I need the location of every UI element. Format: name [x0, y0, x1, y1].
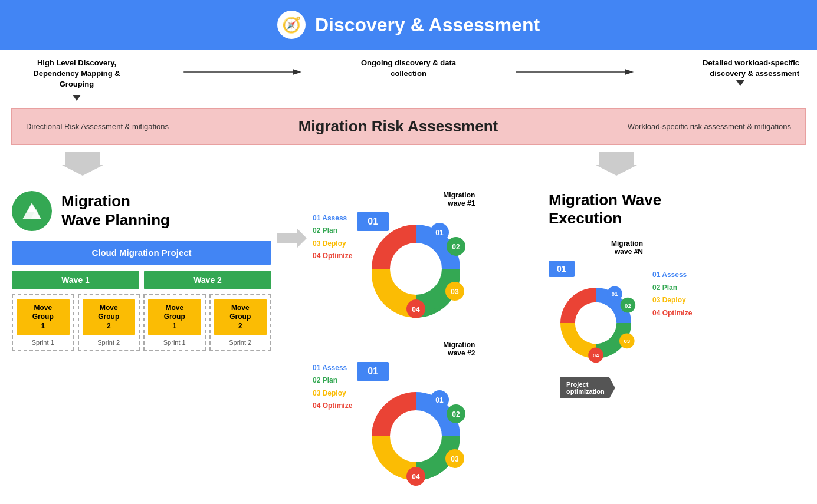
waves-row: Wave 1 Wave 2: [12, 271, 271, 289]
svg-text:04: 04: [412, 473, 421, 481]
discovery-arrow-2: [468, 58, 682, 78]
large-arrows-row: [0, 149, 817, 179]
wave2-banner: 01: [357, 362, 389, 381]
wave-n-label: Migrationwave #N: [549, 239, 643, 256]
discovery-right: Detailed workload-specific discovery & a…: [681, 58, 799, 86]
legend-deploy-1: 03 Deploy: [313, 238, 352, 251]
cloud-project-bar: Cloud Migration Project: [12, 241, 271, 265]
section-arrow-1: [271, 191, 313, 250]
legend-plan-2: 02 Plan: [313, 374, 352, 387]
legend-optimize-2: 04 Optimize: [313, 400, 352, 413]
discovery-arrow-1: [136, 58, 350, 78]
svg-marker-9: [277, 228, 307, 248]
svg-text:03: 03: [624, 338, 630, 344]
sprint-label-3: Sprint 1: [163, 339, 186, 346]
mountain-icon: [12, 191, 52, 231]
legend-assess-2: 01 Assess: [313, 362, 352, 375]
risk-center: Migration Risk Assessment: [298, 117, 498, 136]
main-content: MigrationWave Planning Cloud Migration P…: [0, 179, 817, 503]
wave-planning-title: MigrationWave Planning: [61, 192, 170, 229]
svg-text:01: 01: [436, 396, 444, 404]
risk-assessment-bar: Directional Risk Assessment & mitigation…: [11, 108, 806, 145]
legend-assess-1: 01 Assess: [313, 212, 352, 225]
wave2-donut: 01 02 03 04: [357, 377, 475, 495]
sprint-label-2: Sprint 2: [97, 339, 120, 346]
move-group-container-4: MoveGroup2 Sprint 2: [209, 294, 272, 351]
move-groups-row: MoveGroup1 Sprint 1 MoveGroup2 Sprint 2 …: [12, 294, 271, 351]
svg-marker-8: [27, 204, 37, 212]
exec-legend-optimize: 04 Optimize: [652, 307, 692, 320]
project-opt-row: Projectoptimization: [560, 377, 643, 398]
risk-left: Directional Risk Assessment & mitigation…: [26, 122, 169, 131]
project-opt-arrow: Projectoptimization: [560, 377, 615, 398]
discovery-middle: Ongoing discovery & data collection: [350, 58, 468, 79]
svg-point-12: [390, 243, 442, 295]
svg-text:02: 02: [452, 410, 461, 419]
sprint-label-1: Sprint 1: [32, 339, 54, 346]
svg-text:02: 02: [452, 243, 461, 251]
wave1-section: 01 Assess 02 Plan 03 Deploy 04 Optimize …: [313, 191, 537, 329]
exec-legend-assess: 01 Assess: [652, 269, 692, 282]
exec-legend-plan: 02 Plan: [652, 282, 692, 295]
wave2-legend: 01 Assess 02 Plan 03 Deploy 04 Optimize: [313, 341, 352, 413]
svg-text:01: 01: [436, 229, 444, 237]
execution-donut-area: Migrationwave #N 01 01 02 03 04: [549, 239, 643, 398]
move-group-box-1: MoveGroup1: [17, 299, 70, 336]
discovery-left: High Level Discovery, Dependency Mapping…: [18, 58, 136, 101]
move-group-container-1: MoveGroup1 Sprint 1: [12, 294, 74, 351]
move-group-box-2: MoveGroup2: [83, 299, 136, 336]
wave2-label-text: Migrationwave #2: [357, 341, 475, 357]
header-bar: 🧭 Discovery & Assessment: [0, 0, 817, 50]
header-title: Discovery & Assessment: [315, 14, 540, 36]
risk-right: Workload-specific risk assessment & miti…: [628, 122, 791, 131]
discovery-row: High Level Discovery, Dependency Mapping…: [0, 50, 817, 104]
wave-execution-section: Migration WaveExecution Migrationwave #N…: [537, 191, 811, 398]
wave1-label: Wave 1: [12, 271, 139, 289]
svg-marker-4: [62, 152, 103, 176]
svg-point-30: [575, 302, 616, 344]
wave1-legend: 01 Assess 02 Plan 03 Deploy 04 Optimize: [313, 191, 352, 263]
migration-waves-section: 01 Assess 02 Plan 03 Deploy 04 Optimize …: [313, 191, 537, 498]
execution-layout: Migrationwave #N 01 01 02 03 04: [549, 239, 811, 398]
wave2-donut-area: Migrationwave #2 01 01 02 03 04: [357, 341, 475, 498]
wave1-donut-area: Migrationwave #1 01: [357, 191, 475, 329]
move-group-container-2: MoveGroup2 Sprint 2: [78, 294, 140, 351]
legend-optimize-1: 04 Optimize: [313, 250, 352, 263]
legend-plan-1: 02 Plan: [313, 225, 352, 238]
execution-title: Migration WaveExecution: [549, 191, 811, 228]
wave-n-banner: 01: [549, 261, 575, 277]
svg-marker-3: [625, 69, 634, 75]
move-group-box-4: MoveGroup2: [214, 299, 267, 336]
svg-text:04: 04: [412, 305, 421, 314]
svg-text:01: 01: [612, 291, 618, 297]
wave-n-donut: 01 02 03 04: [549, 276, 643, 370]
wave2-section: 01 Assess 02 Plan 03 Deploy 04 Optimize …: [313, 341, 537, 498]
wave1-banner: 01: [357, 212, 389, 231]
wave-planning-header: MigrationWave Planning: [12, 191, 271, 231]
move-group-box-3: MoveGroup1: [148, 299, 201, 336]
wave1-label-text: Migrationwave #1: [357, 191, 475, 207]
sprint-label-4: Sprint 2: [229, 339, 251, 346]
compass-icon: 🧭: [277, 11, 306, 39]
svg-marker-5: [596, 152, 637, 176]
svg-text:02: 02: [625, 302, 631, 309]
wave-planning-section: MigrationWave Planning Cloud Migration P…: [12, 191, 271, 351]
svg-marker-1: [293, 69, 301, 75]
move-group-container-3: MoveGroup1 Sprint 1: [143, 294, 206, 351]
wave2-label: Wave 2: [144, 271, 271, 289]
svg-text:03: 03: [451, 455, 460, 463]
svg-text:03: 03: [451, 288, 460, 296]
svg-text:04: 04: [593, 352, 599, 358]
legend-deploy-2: 03 Deploy: [313, 387, 352, 400]
execution-legend: 01 Assess 02 Plan 03 Deploy 04 Optimize: [652, 239, 692, 319]
exec-legend-deploy: 03 Deploy: [652, 294, 692, 307]
svg-point-21: [390, 410, 442, 462]
